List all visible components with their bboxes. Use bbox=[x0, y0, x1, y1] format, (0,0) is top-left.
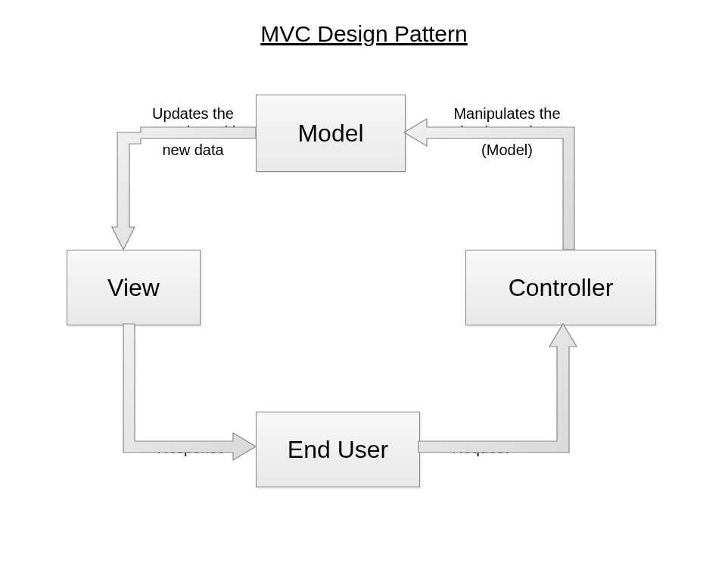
updates-label: Updates the user view with new data bbox=[136, 104, 250, 159]
diagram-title: MVC Design Pattern bbox=[260, 21, 467, 47]
manipulates-label: Manipulates the business data (Model) bbox=[439, 104, 575, 159]
controller-label: Controller bbox=[509, 274, 614, 302]
model-label: Model bbox=[297, 120, 363, 148]
model-box: Model bbox=[256, 95, 406, 172]
view-label: View bbox=[107, 274, 160, 302]
response-label: Response bbox=[148, 439, 235, 457]
view-box: View bbox=[67, 250, 201, 325]
controller-box: Controller bbox=[465, 250, 656, 325]
enduser-label: End User bbox=[288, 436, 388, 464]
arrow-enduser-to-controller bbox=[418, 324, 577, 453]
enduser-box: End User bbox=[256, 412, 420, 487]
request-label: Request bbox=[440, 439, 520, 457]
